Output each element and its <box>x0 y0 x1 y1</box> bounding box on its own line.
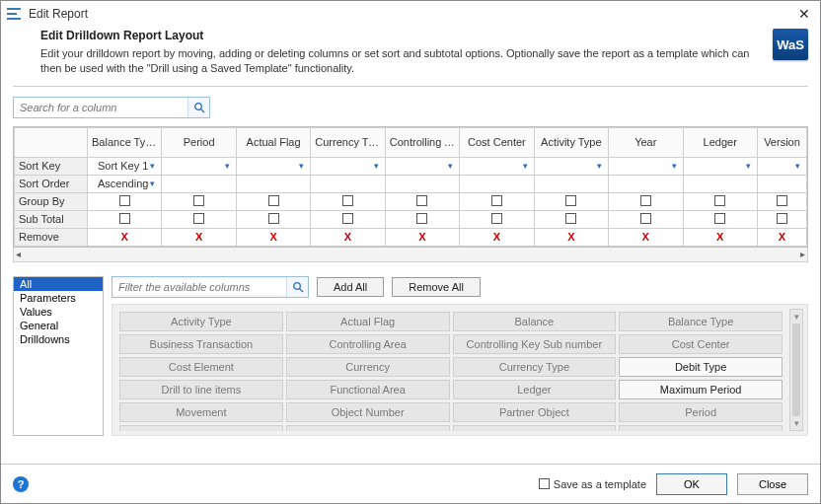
checkbox-cell[interactable] <box>385 192 459 210</box>
column-chip[interactable]: Cost Element <box>119 357 283 377</box>
remove-x-icon[interactable]: X <box>195 231 202 243</box>
column-chip[interactable]: Controlling Area <box>286 334 450 354</box>
dropdown-cell[interactable]: Ascending▾ <box>88 175 162 192</box>
remove-x-icon[interactable]: X <box>344 231 351 243</box>
category-item[interactable]: General <box>14 319 103 332</box>
column-chip[interactable]: Partner Object <box>453 402 617 422</box>
checkbox-icon[interactable] <box>539 478 550 489</box>
column-chip[interactable]: Currency Type <box>453 357 617 377</box>
checkbox-icon[interactable] <box>268 213 279 224</box>
checkbox-icon[interactable] <box>714 195 725 206</box>
grid-cell[interactable] <box>162 175 236 192</box>
column-chip[interactable]: Actual Flag <box>286 312 450 331</box>
search-icon[interactable] <box>286 277 308 297</box>
dropdown-cell[interactable]: ▾ <box>758 157 807 175</box>
column-chip[interactable]: Balance Type <box>619 312 783 331</box>
dropdown-cell[interactable]: ▾ <box>534 157 608 175</box>
checkbox-icon[interactable] <box>640 195 651 206</box>
checkbox-cell[interactable] <box>88 210 162 228</box>
category-item[interactable]: Values <box>14 305 103 319</box>
column-chip[interactable]: Business Transaction <box>119 334 283 354</box>
remove-cell[interactable]: X <box>162 228 236 246</box>
column-chip[interactable]: Object Number <box>286 402 450 422</box>
checkbox-icon[interactable] <box>342 195 353 206</box>
dropdown-cell[interactable]: ▾ <box>683 157 758 175</box>
checkbox-icon[interactable] <box>342 213 353 224</box>
col-header[interactable]: Year <box>609 127 683 157</box>
remove-x-icon[interactable]: X <box>716 231 723 243</box>
column-chip[interactable] <box>619 425 783 431</box>
column-chip[interactable]: Version <box>286 425 450 431</box>
column-chip[interactable]: Functional Area <box>286 380 450 399</box>
checkbox-cell[interactable] <box>236 210 310 228</box>
checkbox-icon[interactable] <box>491 195 502 206</box>
checkbox-icon[interactable] <box>193 195 204 206</box>
column-search[interactable] <box>13 97 210 118</box>
checkbox-cell[interactable] <box>758 192 807 210</box>
remove-cell[interactable]: X <box>88 228 162 246</box>
remove-cell[interactable]: X <box>385 228 459 246</box>
checkbox-icon[interactable] <box>416 195 427 206</box>
grid-cell[interactable] <box>683 175 758 192</box>
dropdown-cell[interactable]: ▾ <box>311 157 385 175</box>
help-icon[interactable]: ? <box>13 476 29 492</box>
column-chip[interactable]: Debit Type <box>619 357 783 377</box>
search-icon[interactable] <box>187 98 209 117</box>
remove-x-icon[interactable]: X <box>418 231 425 243</box>
filter-columns-input[interactable] <box>112 279 286 295</box>
column-chip[interactable]: Year <box>453 425 617 431</box>
remove-cell[interactable]: X <box>236 228 310 246</box>
col-header[interactable]: Controlling Area <box>385 127 459 157</box>
category-item[interactable]: Parameters <box>14 291 103 305</box>
remove-all-button[interactable]: Remove All <box>392 277 481 297</box>
checkbox-cell[interactable] <box>88 192 162 210</box>
col-header[interactable]: Cost Center <box>460 127 534 157</box>
remove-cell[interactable]: X <box>683 228 758 246</box>
checkbox-cell[interactable] <box>311 192 385 210</box>
column-chip[interactable]: Currency <box>286 357 450 377</box>
checkbox-icon[interactable] <box>268 195 279 206</box>
column-chip[interactable]: Cost Center <box>619 334 783 354</box>
remove-x-icon[interactable]: X <box>121 231 128 243</box>
checkbox-icon[interactable] <box>416 213 427 224</box>
remove-cell[interactable]: X <box>609 228 683 246</box>
checkbox-icon[interactable] <box>777 213 787 224</box>
vertical-scrollbar[interactable]: ▾▾ <box>789 309 803 431</box>
dropdown-cell[interactable]: ▾ <box>460 157 534 175</box>
checkbox-icon[interactable] <box>777 195 787 206</box>
grid-cell[interactable] <box>460 175 534 192</box>
checkbox-cell[interactable] <box>683 192 758 210</box>
column-chip[interactable]: Activity Type <box>119 312 283 331</box>
column-chip[interactable]: Ledger <box>453 380 617 399</box>
col-header[interactable]: Version <box>758 127 807 157</box>
checkbox-icon[interactable] <box>565 195 576 206</box>
remove-x-icon[interactable]: X <box>493 231 500 243</box>
checkbox-icon[interactable] <box>491 213 502 224</box>
close-icon[interactable]: ✕ <box>794 6 814 22</box>
column-chip[interactable]: Movement <box>119 402 283 422</box>
grid-cell[interactable] <box>534 175 608 192</box>
horizontal-scrollbar[interactable]: ◂▸ <box>13 248 808 262</box>
checkbox-cell[interactable] <box>162 210 236 228</box>
remove-cell[interactable]: X <box>311 228 385 246</box>
checkbox-icon[interactable] <box>119 195 130 206</box>
checkbox-cell[interactable] <box>162 192 236 210</box>
grid-cell[interactable] <box>609 175 683 192</box>
column-search-input[interactable] <box>14 100 187 115</box>
grid-cell[interactable] <box>311 175 385 192</box>
checkbox-cell[interactable] <box>460 210 534 228</box>
col-header[interactable]: Ledger <box>683 127 758 157</box>
column-chip[interactable]: Record Type <box>119 425 283 431</box>
col-header[interactable]: Currency Type <box>311 127 385 157</box>
column-chip[interactable]: Controlling Key Sub number <box>453 334 617 354</box>
ok-button[interactable]: OK <box>656 473 727 495</box>
remove-x-icon[interactable]: X <box>269 231 276 243</box>
add-all-button[interactable]: Add All <box>317 277 384 297</box>
checkbox-cell[interactable] <box>311 210 385 228</box>
checkbox-cell[interactable] <box>534 210 608 228</box>
checkbox-icon[interactable] <box>640 213 651 224</box>
col-header[interactable]: Actual Flag <box>236 127 310 157</box>
checkbox-icon[interactable] <box>193 213 204 224</box>
dropdown-cell[interactable]: ▾ <box>236 157 310 175</box>
filter-columns[interactable] <box>112 276 309 298</box>
